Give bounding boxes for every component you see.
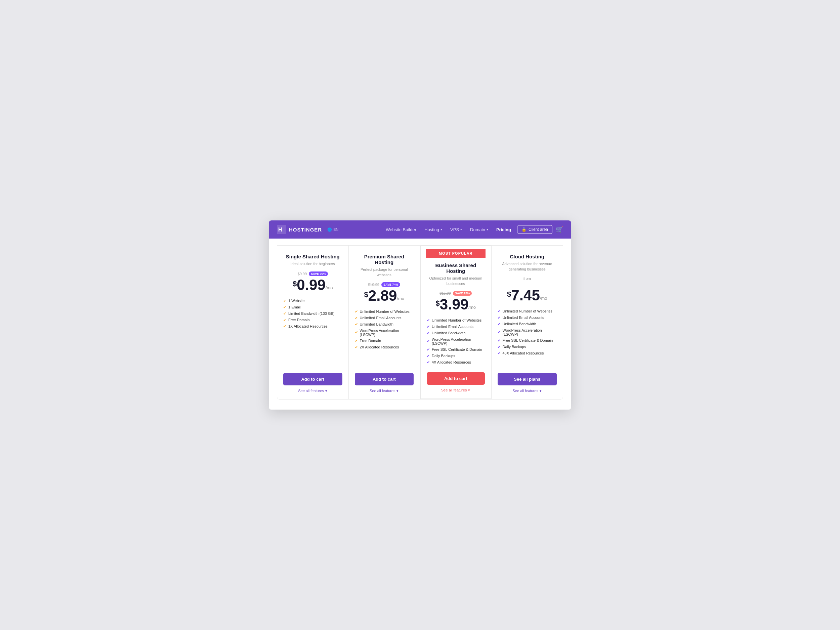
plan-business-original-price: $15.99 [439, 291, 451, 295]
plan-business-save-badge: SAVE 75% [453, 291, 472, 296]
feature-item: ✔WordPress Acceleration (LSCWP) [427, 336, 485, 346]
pricing-section: Single Shared Hosting Ideal solution for… [269, 245, 571, 410]
check-icon: ✔ [497, 338, 501, 343]
feature-item: ✔Unlimited Email Accounts [497, 314, 557, 321]
svg-text:H: H [278, 227, 283, 232]
feature-item: ✔Free Domain [283, 317, 343, 323]
plan-premium-original-price: $10.99 [368, 283, 379, 287]
feature-item: ✔2X Allocated Resources [355, 344, 414, 351]
nav-pricing[interactable]: Pricing [493, 225, 515, 234]
plan-premium-amount: 2.89 [368, 288, 397, 303]
nav-website-builder[interactable]: Website Builder [382, 225, 420, 234]
client-area-label: Client area [529, 227, 548, 232]
feature-item: ✔1X Allocated Resources [283, 323, 343, 330]
plan-single-amount: 0.99 [297, 278, 325, 292]
check-icon: ✔ [497, 330, 501, 334]
check-icon: ✔ [427, 318, 430, 322]
feature-item: ✔Unlimited Bandwidth [497, 321, 557, 327]
check-icon: ✔ [283, 318, 286, 322]
add-to-cart-business-button[interactable]: Add to cart [427, 372, 485, 385]
plan-single-dollar: $ [293, 279, 297, 288]
plan-cloud-mo: /mo [540, 296, 547, 301]
plan-cloud-features: ✔Unlimited Number of Websites ✔Unlimited… [497, 308, 557, 366]
check-icon: ✔ [427, 347, 430, 352]
plan-single-price-row: $9.99 SAVE 90% [283, 272, 343, 276]
nav-logo[interactable]: H HOSTINGER [277, 225, 322, 234]
feature-item: ✔Free SSL Certificate & Domain [427, 346, 485, 353]
plan-business-desc: Optimized for small and medium businesse… [427, 276, 485, 286]
see-all-features-business[interactable]: See all features ▾ [427, 388, 485, 392]
plan-business-price-main: $ 3.99 /mo [427, 297, 485, 312]
feature-item: ✔1 Email [283, 304, 343, 311]
check-icon: ✔ [283, 305, 286, 309]
see-all-features-cloud[interactable]: See all features ▾ [497, 389, 557, 393]
check-icon: ✔ [427, 331, 430, 335]
chevron-down-icon: ▾ [325, 389, 327, 393]
client-area-button[interactable]: 🔒 Client area [517, 225, 553, 234]
check-icon: ✔ [355, 330, 358, 335]
lang-label: EN [333, 227, 338, 232]
nav-vps[interactable]: VPS ▾ [447, 225, 465, 234]
feature-item: ✔Unlimited Number of Websites [427, 317, 485, 324]
see-all-features-single[interactable]: See all features ▾ [283, 389, 343, 393]
domain-chevron-icon: ▾ [486, 228, 488, 231]
lock-icon: 🔒 [521, 227, 526, 232]
plan-premium-save-badge: SAVE 74% [381, 282, 400, 287]
feature-item: ✔Limited Bandwidth (100 GB) [283, 311, 343, 317]
check-icon: ✔ [497, 345, 501, 349]
browser-window: H HOSTINGER 🌐 EN Website Builder Hosting… [269, 220, 571, 410]
plan-premium: Premium Shared Hosting Perfect package f… [349, 246, 420, 399]
plan-single-features: ✔1 Website ✔1 Email ✔Limited Bandwidth (… [283, 298, 343, 366]
plan-premium-name: Premium Shared Hosting [355, 254, 414, 265]
plan-business-amount: 3.99 [440, 297, 469, 312]
nav-lang[interactable]: 🌐 EN [327, 227, 338, 232]
hosting-chevron-icon: ▾ [441, 228, 442, 231]
vps-chevron-icon: ▾ [460, 228, 462, 231]
plan-single-original-price: $9.99 [298, 272, 307, 276]
plan-premium-dollar: $ [364, 290, 368, 299]
check-icon: ✔ [497, 351, 501, 355]
check-icon: ✔ [427, 339, 430, 343]
see-all-plans-cloud-button[interactable]: See all plans [497, 373, 557, 385]
see-all-features-premium[interactable]: See all features ▾ [355, 389, 414, 393]
plan-cloud-desc: Advanced solution for revenue generating… [497, 261, 557, 272]
plan-business-dollar: $ [436, 299, 439, 308]
feature-item: ✔Daily Backups [497, 344, 557, 350]
check-icon: ✔ [283, 311, 286, 316]
plan-premium-desc: Perfect package for personal websites [355, 267, 414, 278]
check-icon: ✔ [497, 316, 501, 320]
feature-item: ✔Daily Backups [427, 353, 485, 359]
check-icon: ✔ [283, 324, 286, 328]
plan-cloud: Cloud Hosting Advanced solution for reve… [491, 246, 563, 399]
add-to-cart-single-button[interactable]: Add to cart [283, 373, 343, 385]
popular-badge: MOST POPULAR [426, 249, 486, 258]
cart-icon[interactable]: 🛒 [556, 226, 563, 233]
feature-item: ✔Unlimited Email Accounts [355, 315, 414, 321]
plan-cloud-amount: 7.45 [511, 288, 540, 303]
plan-single-desc: Ideal solution for beginners [283, 261, 343, 267]
feature-item: ✔Unlimited Bandwidth [427, 330, 485, 336]
plan-cloud-from: from [497, 276, 557, 281]
feature-item: ✔Unlimited Email Accounts [427, 324, 485, 330]
check-icon: ✔ [497, 322, 501, 326]
feature-item: ✔Free Domain [355, 338, 414, 344]
plan-premium-mo: /mo [397, 296, 404, 301]
feature-item: ✔Unlimited Number of Websites [497, 308, 557, 314]
plan-premium-price-row: $10.99 SAVE 74% [355, 282, 414, 287]
feature-item: ✔1 Website [283, 298, 343, 304]
feature-item: ✔WordPress Acceleration (LSCWP) [497, 327, 557, 337]
check-icon: ✔ [355, 309, 358, 314]
plans-wrapper: Single Shared Hosting Ideal solution for… [277, 245, 563, 399]
nav-links: Website Builder Hosting ▾ VPS ▾ Domain ▾… [382, 225, 515, 234]
plan-single: Single Shared Hosting Ideal solution for… [277, 246, 349, 399]
logo-text: HOSTINGER [289, 227, 322, 232]
nav-domain[interactable]: Domain ▾ [467, 225, 491, 234]
plan-single-mo: /mo [325, 285, 333, 290]
check-icon: ✔ [355, 322, 358, 327]
feature-item: ✔Free SSL Certificate & Domain [497, 337, 557, 344]
nav-hosting[interactable]: Hosting ▾ [421, 225, 445, 234]
feature-item: ✔48X Allocated Resources [497, 350, 557, 357]
plans-grid: Single Shared Hosting Ideal solution for… [277, 245, 563, 399]
check-icon: ✔ [355, 339, 358, 343]
add-to-cart-premium-button[interactable]: Add to cart [355, 373, 414, 385]
